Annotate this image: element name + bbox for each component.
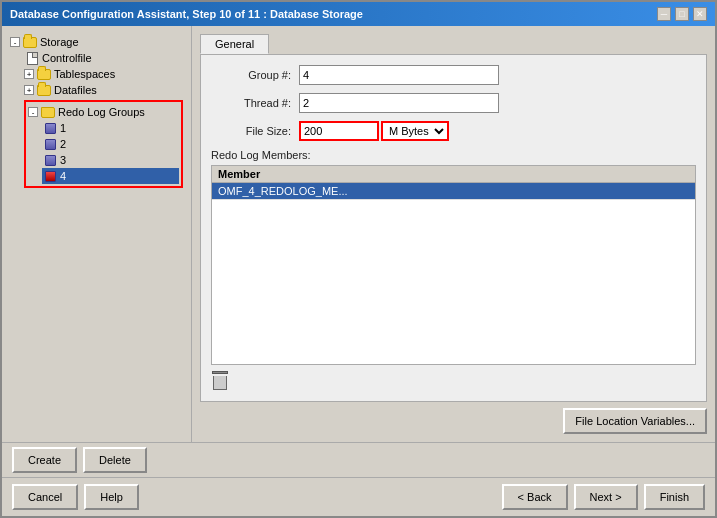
create-button[interactable]: Create <box>12 447 77 473</box>
tree-node-datafiles[interactable]: + Datafiles <box>24 82 183 98</box>
redo-log-groups-box: - Redo Log Groups 1 <box>24 100 183 188</box>
file-size-label: File Size: <box>211 125 291 137</box>
redo-log-2-label: 2 <box>60 138 66 150</box>
redo-log-groups-label: Redo Log Groups <box>58 106 145 118</box>
redo-log-child-1[interactable]: 1 <box>42 120 179 136</box>
group-number-row: Group #: <box>211 65 696 85</box>
storage-children: Controlfile + Tablespaces + Datafile <box>24 50 183 188</box>
datafiles-folder-icon <box>36 83 52 97</box>
bottom-bar: Cancel Help < Back Next > Finish <box>2 477 715 516</box>
back-button[interactable]: < Back <box>502 484 568 510</box>
expand-tablespaces[interactable]: + <box>24 69 34 79</box>
tree-root-storage[interactable]: - Storage <box>10 34 183 50</box>
storage-label: Storage <box>40 36 79 48</box>
right-panel: General Group #: Thread #: File Size: <box>192 26 715 442</box>
file-size-row: File Size: K Bytes M Bytes G Bytes <box>211 121 696 141</box>
group-number-label: Group #: <box>211 69 291 81</box>
expand-datafiles[interactable]: + <box>24 85 34 95</box>
main-window: Database Configuration Assistant, Step 1… <box>0 0 717 518</box>
tablespaces-label: Tablespaces <box>54 68 115 80</box>
create-delete-bar: Create Delete <box>2 442 715 477</box>
thread-number-input[interactable] <box>299 93 499 113</box>
file-location-variables-button[interactable]: File Location Variables... <box>563 408 707 434</box>
file-size-unit-select[interactable]: K Bytes M Bytes G Bytes <box>381 121 449 141</box>
group-number-input[interactable] <box>299 65 499 85</box>
delete-button[interactable]: Delete <box>83 447 147 473</box>
datafiles-label: Datafiles <box>54 84 97 96</box>
thread-number-label: Thread #: <box>211 97 291 109</box>
redo-log-1-icon <box>42 121 58 135</box>
redo-log-members-section: Redo Log Members: Member OMF_4_REDOLOG_M… <box>211 149 696 391</box>
file-location-area: File Location Variables... <box>200 408 707 434</box>
member-row-1[interactable]: OMF_4_REDOLOG_ME... <box>212 183 695 200</box>
help-button[interactable]: Help <box>84 484 139 510</box>
tab-bar: General <box>200 34 707 54</box>
member-table-header: Member <box>212 166 695 183</box>
next-button[interactable]: Next > <box>574 484 638 510</box>
bottom-left-buttons: Cancel Help <box>12 484 139 510</box>
delete-member-button[interactable] <box>211 371 229 391</box>
expand-storage[interactable]: - <box>10 37 20 47</box>
redo-log-4-label: 4 <box>60 170 66 182</box>
tree-node-controlfile[interactable]: Controlfile <box>24 50 183 66</box>
cancel-button[interactable]: Cancel <box>12 484 78 510</box>
redo-log-child-4[interactable]: 4 <box>42 168 179 184</box>
redo-log-4-icon <box>42 169 58 183</box>
storage-folder-icon <box>22 35 38 49</box>
redo-log-3-icon <box>42 153 58 167</box>
main-content: - Storage Controlfile + <box>2 26 715 442</box>
title-bar: Database Configuration Assistant, Step 1… <box>2 2 715 26</box>
navigation-buttons: < Back Next > Finish <box>502 484 705 510</box>
tab-general[interactable]: General <box>200 34 269 54</box>
thread-number-row: Thread #: <box>211 93 696 113</box>
close-button[interactable]: ✕ <box>693 7 707 21</box>
finish-button[interactable]: Finish <box>644 484 705 510</box>
redo-log-folder-icon <box>40 105 56 119</box>
redo-log-child-2[interactable]: 2 <box>42 136 179 152</box>
redo-log-child-3[interactable]: 3 <box>42 152 179 168</box>
redo-log-children: 1 2 <box>42 120 179 184</box>
tree-node-redo-log-groups[interactable]: - Redo Log Groups <box>28 104 179 120</box>
redo-log-members-label: Redo Log Members: <box>211 149 696 161</box>
redo-log-1-label: 1 <box>60 122 66 134</box>
tab-content-general: Group #: Thread #: File Size: K Bytes M … <box>200 54 707 402</box>
restore-button[interactable]: □ <box>675 7 689 21</box>
window-title: Database Configuration Assistant, Step 1… <box>10 8 363 20</box>
title-bar-controls: ─ □ ✕ <box>657 7 707 21</box>
table-footer <box>211 371 696 391</box>
controlfile-icon <box>24 51 40 65</box>
member-table: Member OMF_4_REDOLOG_ME... <box>211 165 696 365</box>
redo-log-3-label: 3 <box>60 154 66 166</box>
tree-node-tablespaces[interactable]: + Tablespaces <box>24 66 183 82</box>
minimize-button[interactable]: ─ <box>657 7 671 21</box>
tablespaces-folder-icon <box>36 67 52 81</box>
file-size-input[interactable] <box>299 121 379 141</box>
expand-redo-log-groups[interactable]: - <box>28 107 38 117</box>
left-panel: - Storage Controlfile + <box>2 26 192 442</box>
controlfile-label: Controlfile <box>42 52 92 64</box>
redo-log-2-icon <box>42 137 58 151</box>
